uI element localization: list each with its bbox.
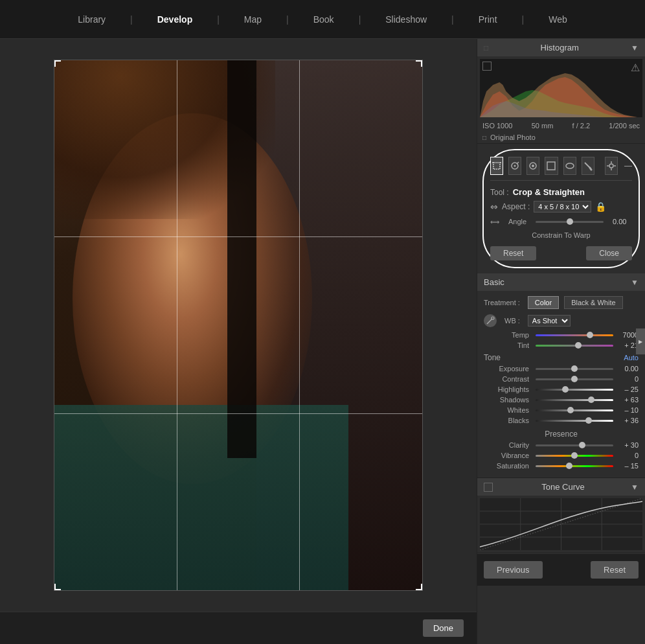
svg-marker-3 bbox=[480, 73, 637, 117]
tone-auto-button[interactable]: Auto bbox=[624, 354, 639, 362]
tone-label: Tone bbox=[484, 353, 501, 362]
nav-sep-6: | bbox=[522, 14, 525, 25]
contrast-label: Contrast bbox=[484, 375, 529, 383]
grad-icon-svg bbox=[546, 161, 556, 171]
adjustment-brush-icon[interactable] bbox=[582, 157, 594, 175]
graduated-filter-icon[interactable] bbox=[545, 157, 558, 175]
right-panel: ▶ □ Histogram ▼ bbox=[477, 39, 645, 644]
nav-sep-5: | bbox=[451, 14, 454, 25]
histogram-canvas: ⚠ bbox=[480, 59, 642, 117]
dropper-svg bbox=[486, 316, 495, 325]
nav-develop[interactable]: Develop bbox=[152, 12, 198, 27]
tint-slider[interactable] bbox=[536, 345, 613, 347]
clarity-row: Clarity + 30 bbox=[484, 441, 639, 449]
tint-value: + 21 bbox=[616, 341, 639, 349]
red-eye-icon[interactable] bbox=[526, 157, 539, 175]
basic-section-header[interactable]: Basic ▼ bbox=[477, 273, 645, 291]
whites-label: Whites bbox=[484, 406, 529, 414]
histogram-section: □ Histogram ▼ ⚠ bbox=[477, 39, 645, 144]
redeye-icon-svg bbox=[528, 161, 538, 171]
angle-thumb bbox=[567, 218, 573, 225]
shadows-row: Shadows + 63 bbox=[484, 396, 639, 404]
tool-close-button[interactable]: Close bbox=[586, 246, 632, 260]
original-photo-row: □ Original Photo bbox=[477, 132, 645, 143]
vibrance-label: Vibrance bbox=[484, 452, 529, 459]
spot-removal-icon[interactable] bbox=[508, 157, 521, 175]
reset-button[interactable]: Reset bbox=[591, 561, 639, 579]
crop-tool-icon[interactable] bbox=[490, 157, 503, 175]
blacks-value: + 36 bbox=[616, 417, 639, 424]
angle-label: Angle bbox=[508, 218, 526, 225]
nav-library[interactable]: Library bbox=[73, 12, 111, 27]
exposure-thumb bbox=[571, 365, 578, 372]
treatment-bw-button[interactable]: Black & White bbox=[564, 296, 622, 309]
whites-slider[interactable] bbox=[536, 409, 613, 411]
shadows-label: Shadows bbox=[484, 396, 529, 404]
whites-thumb bbox=[567, 407, 574, 413]
photo-image bbox=[54, 60, 422, 590]
clarity-label: Clarity bbox=[484, 441, 529, 449]
aspect-row: ⇔ Aspect : 4 x 5 / 8 x 10 1 x 1 16 x 9 C… bbox=[490, 198, 632, 215]
contrast-slider[interactable] bbox=[536, 378, 613, 380]
clarity-slider[interactable] bbox=[536, 444, 613, 446]
contrast-thumb bbox=[571, 376, 578, 382]
tone-curve-chart bbox=[480, 498, 642, 550]
blacks-label: Blacks bbox=[484, 417, 529, 424]
whites-value: – 10 bbox=[616, 406, 639, 414]
tone-curve-section: Tone Curve ▼ bbox=[477, 478, 645, 553]
tone-curve-icon bbox=[484, 483, 493, 492]
angle-level-icon: ⟺ bbox=[490, 218, 499, 225]
exposure-slider[interactable] bbox=[536, 368, 613, 370]
nav-slideshow[interactable]: Slideshow bbox=[380, 12, 432, 27]
vibrance-slider[interactable] bbox=[536, 455, 613, 457]
tone-curve-header[interactable]: Tone Curve ▼ bbox=[477, 478, 645, 496]
radial-filter-icon[interactable] bbox=[563, 157, 576, 175]
main-layout: Done ▶ □ Histogram ▼ bbox=[0, 39, 645, 644]
histogram-corner-left[interactable] bbox=[482, 62, 492, 71]
highlights-slider[interactable] bbox=[536, 389, 613, 391]
tool-label: Tool : bbox=[490, 188, 509, 197]
scroll-indicator[interactable]: ▶ bbox=[636, 328, 645, 354]
svg-point-9 bbox=[514, 165, 516, 167]
lock-icon[interactable]: 🔒 bbox=[595, 201, 606, 212]
brush-icon-svg bbox=[583, 161, 593, 171]
nav-sep-1: | bbox=[130, 14, 133, 25]
done-button[interactable]: Done bbox=[423, 619, 464, 637]
tool-reset-button[interactable]: Reset bbox=[490, 246, 536, 260]
aspect-icon: ⇔ bbox=[490, 201, 498, 212]
previous-button[interactable]: Previous bbox=[484, 561, 543, 579]
exposure-value: 0.00 bbox=[616, 365, 639, 373]
histogram-title: Histogram bbox=[541, 43, 579, 52]
angle-slider[interactable] bbox=[536, 221, 604, 223]
vibrance-value: 0 bbox=[616, 452, 639, 459]
contrast-value: 0 bbox=[616, 375, 639, 383]
tool-settings-icon[interactable] bbox=[605, 157, 618, 175]
top-navigation: Library | Develop | Map | Book | Slidesh… bbox=[0, 0, 645, 39]
blacks-slider[interactable] bbox=[536, 420, 613, 422]
nav-map[interactable]: Map bbox=[239, 12, 267, 27]
wb-dropper-icon[interactable] bbox=[484, 314, 497, 327]
camera-info: ISO 1000 50 mm f / 2.2 1/200 sec bbox=[477, 120, 645, 132]
photo-bottom-bar: Done bbox=[0, 612, 477, 644]
nav-print[interactable]: Print bbox=[473, 12, 503, 27]
saturation-slider[interactable] bbox=[536, 465, 613, 467]
tool-separator: — bbox=[624, 161, 632, 170]
blacks-row: Blacks + 36 bbox=[484, 417, 639, 424]
exposure-label: Exposure bbox=[484, 365, 529, 373]
settings-icon-svg bbox=[606, 161, 617, 171]
temp-row: Temp 7000 bbox=[484, 331, 639, 339]
nav-web[interactable]: Web bbox=[543, 12, 572, 27]
svg-rect-12 bbox=[547, 162, 555, 170]
tool-name: Crop & Straighten bbox=[513, 187, 585, 197]
focal-info: 50 mm bbox=[532, 122, 554, 130]
wb-select[interactable]: As Shot Auto Daylight Cloudy Custom bbox=[528, 315, 571, 327]
shadows-slider[interactable] bbox=[536, 399, 613, 401]
histogram-expand-icon[interactable]: ▼ bbox=[631, 43, 639, 52]
temp-thumb bbox=[587, 332, 593, 338]
iso-info: ISO 1000 bbox=[482, 122, 512, 130]
aspect-select[interactable]: 4 x 5 / 8 x 10 1 x 1 16 x 9 Custom bbox=[534, 201, 591, 213]
histogram-corner-right[interactable]: ⚠ bbox=[631, 62, 640, 74]
treatment-color-button[interactable]: Color bbox=[528, 296, 559, 309]
temp-slider[interactable] bbox=[536, 334, 613, 336]
nav-book[interactable]: Book bbox=[308, 12, 339, 27]
